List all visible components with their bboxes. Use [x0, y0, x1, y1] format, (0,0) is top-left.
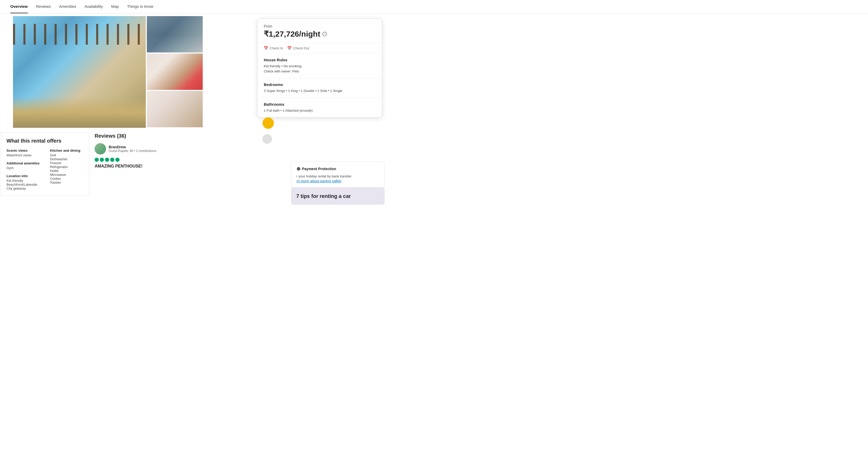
bottom-row: What this rental offers Scenic views Wat…: [0, 130, 390, 196]
amenities-left-col: Scenic views Waterfront views Additional…: [6, 149, 39, 190]
reviews-title: Reviews (36): [95, 133, 193, 139]
checkin-item[interactable]: 📅 Check In: [264, 46, 283, 50]
page-container: From ₹1,27,726/night ⓘ 📅 Check In 📅 Chec…: [0, 16, 390, 224]
prev-button[interactable]: [262, 118, 274, 129]
star-2: [100, 158, 104, 162]
amenities-right-col: Kitchen and dining Grill Dishwasher Free…: [50, 149, 83, 190]
nav-amenities[interactable]: Amenities: [59, 0, 76, 13]
pricing-header: From ₹1,27,726/night ⓘ: [257, 19, 382, 43]
review-headline: AMAZING PENTHOUSE!: [95, 164, 193, 169]
gallery-main-photo[interactable]: [13, 16, 146, 128]
kitchen-item-cooker: Cooker: [50, 176, 83, 180]
nav-map[interactable]: Map: [111, 0, 119, 13]
kitchen-item-refrigerator: Refrigerator: [50, 165, 83, 169]
reviewer-details: BranDrew Grand Rapids, MI • 2 contributi…: [108, 145, 156, 153]
kitchen-item-kettle: Kettle: [50, 169, 83, 173]
star-3: [105, 158, 109, 162]
house-rules-title: House Rules: [264, 58, 375, 62]
checkout-label: Check Out: [293, 46, 309, 50]
kitchen-item-microwave: Microwave: [50, 173, 83, 176]
kitchen-item-dishwasher: Dishwasher: [50, 157, 83, 161]
nav-reviews[interactable]: Reviews: [36, 0, 51, 13]
reviewer-location: Grand Rapids, MI • 2 contributions: [108, 149, 156, 153]
bathrooms-section: Bathrooms 1 Full bath • 1 Attached (ensu…: [257, 98, 382, 118]
star-1: [95, 158, 99, 162]
nav-availability[interactable]: Availability: [85, 0, 103, 13]
star-5: [115, 158, 120, 162]
reviewer-avatar: [95, 143, 106, 155]
kitchen-item-grill: Grill: [50, 153, 83, 157]
kitchen-item-toaster: Toaster: [50, 180, 83, 185]
amenities-grid: Scenic views Waterfront views Additional…: [6, 149, 83, 190]
bathrooms-title: Bathrooms: [264, 102, 375, 106]
reviewer-name: BranDrew: [108, 145, 156, 149]
gallery-photo-bot[interactable]: [147, 91, 203, 127]
payment-tips-col: ⊕ Payment Protection r your holiday rent…: [198, 130, 297, 196]
bedrooms-text: 3 Super Kings • 1 King • 1 Double • 1 So…: [264, 88, 375, 94]
kitchen-item-freezer: Freezer: [50, 161, 83, 165]
payment-logo: ⊕ Payment Protection: [297, 166, 379, 172]
price-line: ₹1,27,726/night ⓘ: [264, 29, 375, 38]
house-rules-line2: Check with owner: Pets: [264, 69, 375, 74]
scenic-views-value: Waterfront views: [6, 153, 39, 157]
amenity-scenic-views: Scenic views Waterfront views: [6, 149, 39, 157]
gallery-photo-top[interactable]: [147, 16, 203, 53]
bedrooms-section: Bedrooms 3 Super Kings • 1 King • 1 Doub…: [257, 78, 382, 98]
what-rental-title: What this rental offers: [6, 138, 83, 144]
reviews-container: Reviews (36) BranDrew Grand Rapids, MI •…: [95, 130, 193, 196]
kitchen-dining-label: Kitchen and dining: [50, 149, 83, 153]
gallery-main-image: [13, 16, 146, 128]
payment-icon: ⊕: [297, 166, 301, 172]
from-label: From: [264, 24, 375, 28]
price-amount: ₹1,27,726/night: [264, 29, 320, 38]
nav-things-to-know[interactable]: Things to know: [127, 0, 153, 13]
location-label: Location info: [6, 174, 39, 178]
location-city: City getaway: [6, 187, 39, 190]
location-kid-friendly: Kid friendly: [6, 179, 39, 183]
tips-card[interactable]: 7 tips for renting a car: [291, 188, 384, 205]
photo-gallery[interactable]: [13, 16, 203, 128]
main-nav: Overview Reviews Amenities Availability …: [0, 0, 868, 13]
what-rental-section: What this rental offers Scenic views Wat…: [0, 132, 89, 196]
house-rules-section: House Rules Kid friendly • No smoking Ch…: [257, 54, 382, 78]
pricing-panel: From ₹1,27,726/night ⓘ 📅 Check In 📅 Chec…: [257, 19, 382, 118]
review-stars: [95, 158, 193, 162]
reviewer-info: BranDrew Grand Rapids, MI • 2 contributi…: [95, 143, 193, 155]
house-rules-line1: Kid friendly • No smoking: [264, 64, 375, 69]
calendar-icon: 📅: [264, 46, 268, 50]
dropdown-content: House Rules Kid friendly • No smoking Ch…: [257, 54, 382, 117]
info-icon[interactable]: ⓘ: [322, 32, 327, 36]
payment-link[interactable]: rn more about paying safely: [297, 179, 379, 183]
next-button[interactable]: [262, 134, 272, 144]
amenity-additional: Additional amenities Gym: [6, 161, 39, 170]
location-beachfront: Beachfront/Lakeside: [6, 183, 39, 187]
payment-text: r your holiday rental by bank transfer.: [297, 174, 379, 179]
amenity-location: Location info Kid friendly Beachfront/La…: [6, 174, 39, 190]
calendar-icon-2: 📅: [287, 46, 291, 50]
checkin-row: 📅 Check In 📅 Check Out: [257, 43, 382, 54]
additional-label: Additional amenities: [6, 161, 39, 165]
bathrooms-text: 1 Full bath • 1 Attached (ensuite): [264, 108, 375, 113]
gallery-photo-mid[interactable]: [147, 54, 203, 90]
additional-value: Gym: [6, 166, 39, 170]
checkin-label: Check In: [270, 46, 283, 50]
payment-protection: ⊕ Payment Protection r your holiday rent…: [291, 162, 384, 188]
nav-overview[interactable]: Overview: [10, 0, 28, 13]
star-4: [110, 158, 114, 162]
payment-logo-text: Payment Protection: [302, 167, 336, 171]
checkout-item[interactable]: 📅 Check Out: [287, 46, 309, 50]
bedrooms-title: Bedrooms: [264, 83, 375, 87]
tips-title: 7 tips for renting a car: [296, 193, 379, 199]
scenic-views-label: Scenic views: [6, 149, 39, 153]
gallery-side-photos: [147, 16, 203, 128]
